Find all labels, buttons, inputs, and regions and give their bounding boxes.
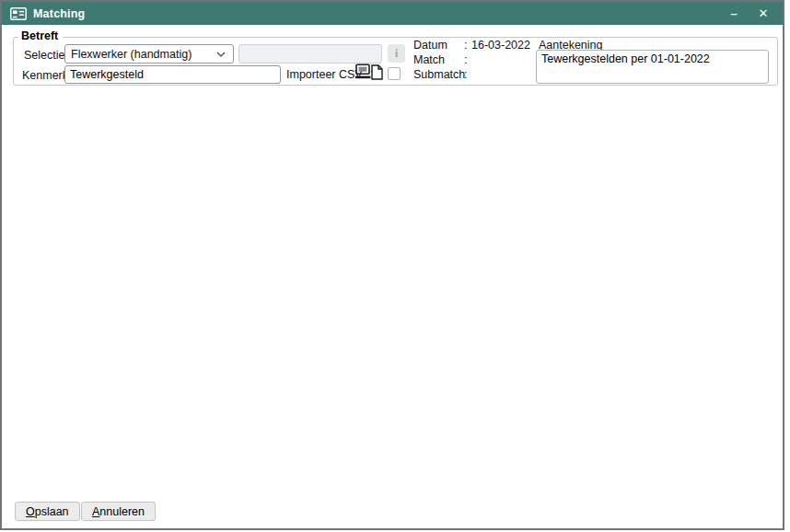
- chevron-down-icon: [216, 52, 226, 57]
- betreft-legend: Betreft: [18, 29, 63, 42]
- cancel-button[interactable]: Annuleren: [81, 502, 156, 521]
- datum-label: Datum: [413, 39, 464, 53]
- submatch-row: Submatch :: [413, 68, 471, 83]
- titlebar: Matching – ✕: [2, 2, 783, 25]
- kenmerk-label: Kenmerk: [22, 69, 68, 82]
- cancel-button-label: Annuleren: [92, 505, 145, 518]
- document-icon: [371, 64, 383, 80]
- info-button[interactable]: i: [388, 44, 405, 63]
- content-area: [4, 89, 781, 496]
- save-button-label: Opslaan: [26, 505, 69, 518]
- window-title: Matching: [33, 7, 85, 20]
- matching-dialog-window: Matching – ✕ Betreft Selectie Flexwerker…: [0, 0, 784, 530]
- import-csv-checkbox[interactable]: [388, 67, 401, 80]
- import-csv-button[interactable]: [355, 64, 383, 80]
- match-row: Match :: [413, 53, 471, 68]
- close-button[interactable]: ✕: [751, 2, 775, 25]
- importeer-csv-label: Importeer CSV: [286, 68, 363, 81]
- contact-card-icon: [10, 7, 27, 20]
- datum-separator: :: [464, 39, 471, 53]
- aantekening-textarea[interactable]: Tewerkgestelden per 01-01-2022: [536, 50, 769, 84]
- match-label: Match: [413, 53, 464, 68]
- datum-value: 16-03-2022: [471, 39, 530, 53]
- datum-row: Datum : 16-03-2022: [413, 39, 530, 53]
- save-button[interactable]: Opslaan: [15, 502, 80, 521]
- selectie-selected-option: Flexwerker (handmatig): [71, 48, 192, 61]
- selectie-label: Selectie: [24, 49, 64, 62]
- submatch-separator: :: [464, 68, 471, 83]
- match-separator: :: [464, 53, 471, 68]
- submatch-label: Submatch: [413, 68, 464, 83]
- minimize-button[interactable]: –: [722, 2, 746, 25]
- selectie-select[interactable]: Flexwerker (handmatig): [64, 44, 234, 64]
- selectie-extra-field: [238, 44, 382, 64]
- kenmerk-input[interactable]: [64, 65, 281, 84]
